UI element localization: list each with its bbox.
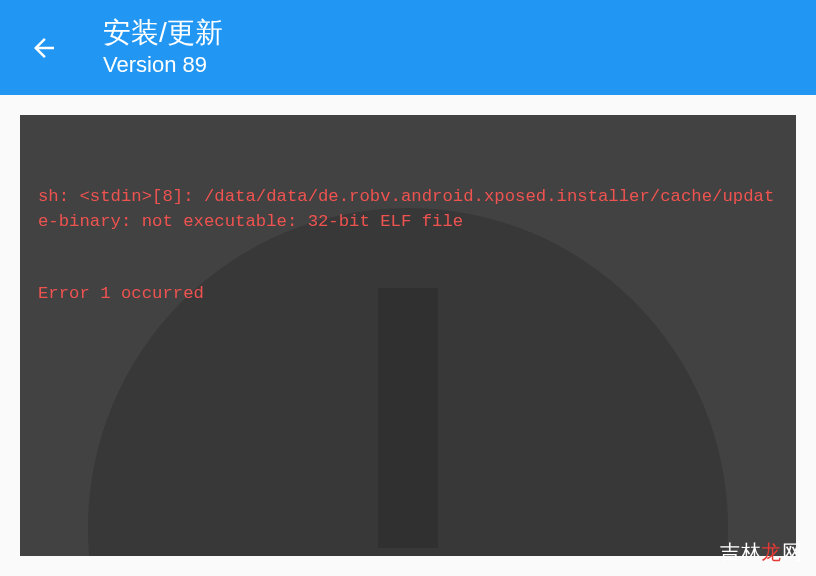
page-title: 安装/更新: [103, 15, 223, 51]
page-subtitle: Version 89: [103, 51, 223, 80]
console-line: Error 1 occurred: [38, 282, 778, 306]
watermark-highlight: 龙: [761, 541, 781, 563]
console-text: sh: <stdin>[8]: /data/data/de.robv.andro…: [38, 137, 778, 355]
watermark-suffix: 网: [782, 541, 802, 563]
watermark-prefix: 吉林: [720, 541, 761, 563]
back-button[interactable]: [20, 24, 68, 72]
app-header: 安装/更新 Version 89: [0, 0, 816, 95]
content-area: sh: <stdin>[8]: /data/data/de.robv.andro…: [0, 95, 816, 576]
console-line: sh: <stdin>[8]: /data/data/de.robv.andro…: [38, 185, 778, 233]
header-text-block: 安装/更新 Version 89: [103, 15, 223, 80]
back-arrow-icon: [29, 33, 59, 63]
watermark: 吉林龙网: [720, 539, 802, 566]
console-output: sh: <stdin>[8]: /data/data/de.robv.andro…: [20, 115, 796, 556]
